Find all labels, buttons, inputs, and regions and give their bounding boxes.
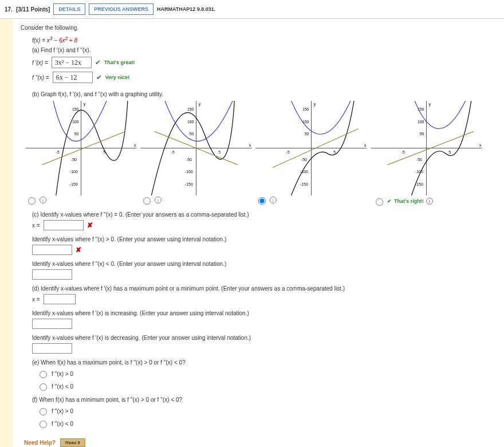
feedback-text: That's right! bbox=[394, 198, 424, 204]
fdoubleprime-answer-box[interactable]: 6x − 12 bbox=[53, 72, 93, 83]
svg-text:50: 50 bbox=[74, 132, 79, 136]
svg-text:100: 100 bbox=[418, 120, 424, 124]
e-opt1-radio[interactable] bbox=[40, 371, 47, 378]
svg-text:-50: -50 bbox=[71, 158, 77, 162]
graph-radio-3[interactable] bbox=[258, 197, 266, 205]
svg-text:x: x bbox=[364, 143, 367, 148]
svg-text:5: 5 bbox=[448, 151, 451, 155]
svg-text:-5: -5 bbox=[286, 151, 290, 155]
svg-text:x: x bbox=[249, 143, 251, 148]
svg-text:150: 150 bbox=[302, 108, 309, 112]
part-c-prompt: (c) Identify x-values where f ''(x) = 0.… bbox=[32, 211, 496, 218]
f-opt1-radio[interactable] bbox=[40, 408, 47, 415]
fx-red-term: 6x2 + 8 bbox=[59, 37, 77, 44]
d2-prompt: Identify x-values where f '(x) is increa… bbox=[32, 310, 496, 316]
fprime-label: f '(x) = bbox=[32, 60, 48, 66]
read-it-button[interactable]: Read It bbox=[60, 438, 85, 447]
svg-text:-5: -5 bbox=[56, 151, 60, 155]
svg-text:100: 100 bbox=[72, 120, 79, 124]
graph-radio-1[interactable] bbox=[28, 197, 36, 205]
intro-text: Consider the following. bbox=[21, 25, 496, 31]
svg-text:-150: -150 bbox=[70, 182, 78, 186]
question-source: HARMATHAP12 9.8.031. bbox=[157, 6, 215, 12]
need-help-label: Need Help? bbox=[24, 440, 56, 446]
svg-text:5: 5 bbox=[218, 151, 220, 155]
d1-input[interactable] bbox=[44, 294, 76, 304]
svg-text:-50: -50 bbox=[416, 158, 422, 162]
svg-text:5: 5 bbox=[333, 151, 336, 155]
info-icon[interactable]: i bbox=[426, 198, 433, 205]
x-equals-label: x = bbox=[32, 222, 40, 229]
graph-radio-2[interactable] bbox=[143, 197, 151, 205]
svg-text:y: y bbox=[428, 101, 431, 107]
need-help-row: Need Help? Read It bbox=[24, 438, 496, 447]
fprime-answer-box[interactable]: 3x² − 12x bbox=[52, 57, 92, 68]
details-button[interactable]: DETAILS bbox=[53, 3, 85, 15]
e-opt2-label: f ''(x) < 0 bbox=[52, 383, 73, 390]
check-icon: ✔ bbox=[96, 73, 102, 81]
svg-text:-150: -150 bbox=[185, 182, 193, 186]
svg-text:-150: -150 bbox=[300, 182, 308, 186]
x-mark-icon: ✘ bbox=[76, 246, 81, 254]
svg-text:-100: -100 bbox=[415, 170, 423, 174]
f-opt2-label: f ''(x) < 0 bbox=[52, 421, 73, 427]
graph-option-1: xy -55 15010050 -50-100-150 bbox=[25, 101, 137, 195]
graph-radio-4[interactable] bbox=[376, 198, 383, 206]
svg-text:x: x bbox=[134, 143, 136, 148]
f-opt2-radio[interactable] bbox=[40, 421, 47, 428]
svg-text:50: 50 bbox=[305, 132, 309, 136]
svg-text:150: 150 bbox=[72, 108, 79, 112]
d3-input[interactable] bbox=[32, 343, 72, 354]
part-a-prompt: (a) Find f '(x) and f ''(x). bbox=[32, 47, 496, 53]
part-d-prompt: (d) Identify x-values where f '(x) has a… bbox=[32, 285, 496, 292]
svg-text:y: y bbox=[198, 101, 200, 107]
question-header: 17. [3/11 Points] DETAILS PREVIOUS ANSWE… bbox=[0, 0, 504, 19]
part-b-prompt: (b) Graph f(x), f '(x), and f ''(x) with… bbox=[32, 91, 496, 97]
part-f-prompt: (f) When f(x) has a minimum point, is f … bbox=[32, 397, 496, 403]
svg-text:-50: -50 bbox=[301, 158, 307, 162]
c3-input[interactable] bbox=[32, 269, 72, 280]
part-e-prompt: (e) When f(x) has a maximum point, is f … bbox=[32, 359, 496, 366]
graph-options: xy -55 15010050 -50-100-150 i bbox=[25, 101, 496, 206]
x-equals-label: x = bbox=[32, 296, 40, 303]
svg-text:-5: -5 bbox=[171, 151, 175, 155]
f-opt1-label: f ''(x) > 0 bbox=[52, 408, 73, 414]
fx-part: − bbox=[52, 37, 58, 44]
svg-text:-100: -100 bbox=[185, 170, 193, 174]
graph-option-3: xy -55 15010050 -50-100-150 bbox=[255, 101, 367, 195]
e-opt1-label: f ''(x) > 0 bbox=[52, 371, 73, 377]
x-mark-icon: ✘ bbox=[87, 221, 93, 229]
function-definition: f(x) = x3 − 6x2 + 8 bbox=[32, 36, 496, 44]
c2-prompt: Identify x-values where f ''(x) > 0. (En… bbox=[32, 236, 496, 242]
left-highlight-bar bbox=[0, 19, 13, 447]
c3-prompt: Identify x-values where f ''(x) < 0. (En… bbox=[32, 261, 496, 267]
check-icon: ✔ bbox=[387, 198, 392, 204]
svg-text:-5: -5 bbox=[401, 151, 405, 155]
fx-part: f(x) = x bbox=[32, 37, 50, 44]
d2-input[interactable] bbox=[32, 319, 72, 329]
previous-answers-button[interactable]: PREVIOUS ANSWERS bbox=[89, 3, 153, 15]
fdoubleprime-label: f ''(x) = bbox=[32, 74, 49, 81]
svg-text:y: y bbox=[83, 101, 85, 107]
info-icon[interactable]: i bbox=[270, 197, 277, 203]
d3-prompt: Identify x-values where f '(x) is decrea… bbox=[32, 335, 496, 341]
info-icon[interactable]: i bbox=[40, 197, 46, 203]
graph-option-4: xy -55 15010050 -50-100-150 bbox=[371, 101, 482, 195]
svg-text:150: 150 bbox=[187, 108, 194, 112]
check-icon: ✔ bbox=[95, 58, 101, 66]
feedback-text: Very nice! bbox=[105, 74, 130, 80]
svg-text:100: 100 bbox=[187, 120, 194, 124]
feedback-text: That's great! bbox=[104, 60, 135, 65]
graph-option-2: xy -55 15010050 -50-100-150 bbox=[140, 101, 252, 195]
question-points: [3/11 Points] bbox=[16, 6, 50, 13]
c2-input[interactable] bbox=[32, 245, 72, 255]
question-number: 17. bbox=[5, 6, 13, 13]
svg-text:y: y bbox=[313, 101, 316, 107]
e-opt2-radio[interactable] bbox=[40, 383, 47, 391]
c1-input[interactable] bbox=[44, 220, 84, 230]
svg-text:x: x bbox=[479, 143, 482, 148]
svg-text:-100: -100 bbox=[70, 170, 78, 174]
svg-text:-50: -50 bbox=[186, 158, 192, 162]
svg-text:50: 50 bbox=[190, 132, 194, 136]
info-icon[interactable]: i bbox=[155, 197, 162, 203]
